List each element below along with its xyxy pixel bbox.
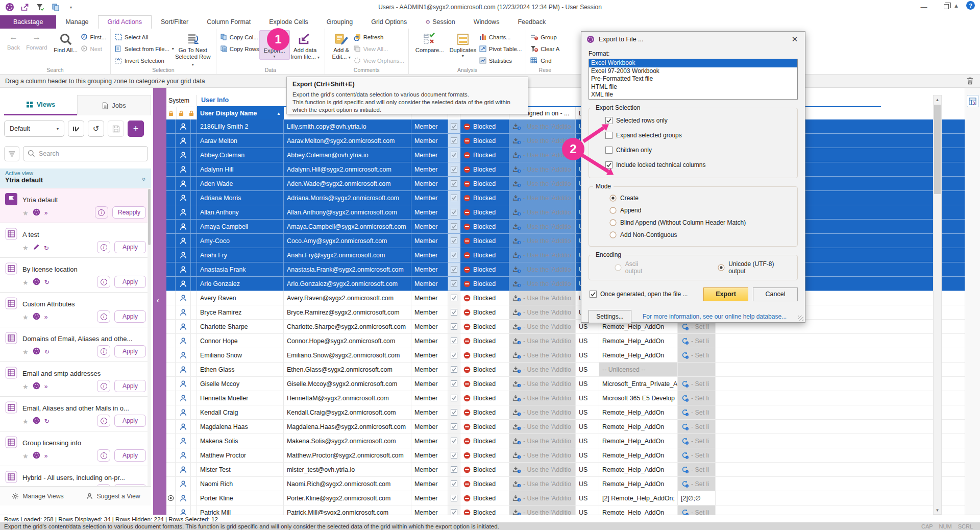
invert-selection-button[interactable]: Invert Selection: [115, 55, 174, 66]
forward-button[interactable]: → Forward: [23, 30, 50, 51]
compare-button[interactable]: Compare...: [413, 30, 447, 54]
format-list[interactable]: Excel WorkbookExcel 97-2003 WorkbookPre-…: [589, 59, 798, 100]
statistics-button[interactable]: Statistics: [479, 55, 522, 66]
table-row[interactable]: Magdalena HaasMagdalena.Haas@sygx2.onmic…: [166, 420, 965, 434]
table-row[interactable]: Amy-CocoCoco.Amy@sygx2.onmicrosoft.comMe…: [166, 234, 965, 248]
tab-feedback[interactable]: Feedback: [508, 16, 555, 29]
table-row[interactable]: Henrietta MuellerHenriettaM@sygx2.onmicr…: [166, 391, 965, 405]
checkbox-expand-selected-groups[interactable]: Expand selected groups: [605, 128, 792, 143]
apply-view-button[interactable]: Apply: [114, 449, 146, 462]
format-option[interactable]: Pre-Formatted Text file: [589, 75, 797, 83]
radio-add-non-contiguous[interactable]: Add Non-Contiguous: [609, 229, 792, 241]
tab-sort-filter[interactable]: Sort/Filter: [152, 16, 198, 29]
cancel-button[interactable]: Cancel: [753, 287, 798, 301]
apply-view-button[interactable]: Apply: [114, 380, 146, 392]
group-reset-button[interactable]: Group: [530, 32, 559, 42]
view-preset-dropdown[interactable]: Default▾: [4, 121, 64, 137]
table-row[interactable]: Aarav MeltonAarav.Melton@sygx2.onmicroso…: [166, 134, 965, 148]
suggest-view-button[interactable]: Suggest a View: [76, 487, 151, 505]
view-card[interactable]: Email, Aliases and other Mails in o...★↻…: [0, 397, 151, 431]
view-info-button[interactable]: i: [97, 449, 110, 462]
tab-windows[interactable]: Windows: [464, 16, 509, 29]
select-from-file-button[interactable]: Select from File...▾: [115, 43, 174, 54]
star-icon[interactable]: ★: [22, 314, 29, 321]
scroll-down-icon[interactable]: ▼: [934, 506, 941, 514]
table-row[interactable]: Ethen GlassEthen.Glass@sygx2.onmicrosoft…: [166, 363, 965, 377]
star-icon[interactable]: ★: [22, 244, 29, 252]
radio-ascii-output[interactable]: Ascii output: [615, 261, 656, 274]
table-row[interactable]: 2186Lilly Smith 2Lilly.smith.copy@ovh.yt…: [166, 119, 965, 134]
refresh-button[interactable]: Refresh: [354, 32, 404, 42]
star-icon[interactable]: ★: [22, 452, 29, 460]
chevrons-down-icon[interactable]: »: [141, 178, 148, 181]
views-scrollbar[interactable]: [148, 188, 151, 486]
format-option[interactable]: HTML file: [589, 83, 797, 91]
view-card[interactable]: Hybrid - All users, including on-pr...★↻…: [0, 466, 151, 486]
table-row[interactable]: Matthew ProctorMatthew.Proctor@sygx2.onm…: [166, 448, 965, 463]
chevrons-icon[interactable]: »: [44, 209, 48, 216]
find-all-button[interactable]: Find All...: [51, 30, 81, 54]
tab-views[interactable]: Views: [4, 95, 77, 115]
tab-grid-options[interactable]: Grid Options: [362, 16, 416, 29]
view-card[interactable]: By license location★↻iApply: [0, 258, 151, 293]
table-row[interactable]: Arlo GonzalezArlo.Gonzalez@sygx2.onmicro…: [166, 277, 965, 291]
table-row[interactable]: Anahi FryAnahi.Fry@sygx2.onmicrosoft.com…: [166, 248, 965, 262]
add-data-from-file-button[interactable]: Add data from file... ▾: [290, 30, 321, 61]
view-info-button[interactable]: i: [95, 206, 108, 219]
star-icon[interactable]: ★: [22, 279, 29, 286]
locked-columns-header[interactable]: [166, 107, 197, 119]
radio-blind-append-without-column-header-match-[interactable]: Blind Append (Without Column Header Matc…: [609, 216, 792, 229]
tab-grouping[interactable]: Grouping: [317, 16, 362, 29]
group-header-system[interactable]: System: [166, 95, 197, 107]
settings-button[interactable]: Settings...: [589, 310, 631, 323]
help-link[interactable]: For more information, see our online hel…: [631, 313, 798, 320]
rename-view-button[interactable]: [68, 121, 84, 137]
add-edit-button[interactable]: Add & Edit... ▾: [329, 30, 354, 61]
sync-icon[interactable]: ↻: [44, 418, 50, 425]
right-panel-toggle[interactable]: [967, 95, 979, 107]
select-all-button[interactable]: Select All: [115, 32, 174, 42]
minimize-button[interactable]: —: [913, 0, 935, 13]
export-button[interactable]: Export... ▾: [259, 30, 290, 60]
table-row[interactable]: Connor HopeConnor.Hope@sygx2.onmicrosoft…: [166, 334, 965, 348]
manage-views-button[interactable]: Manage Views: [0, 487, 76, 505]
search-input[interactable]: [23, 146, 148, 161]
view-info-button[interactable]: i: [97, 276, 110, 288]
table-row[interactable]: Adriana MorrisAdriana.Morris@sygx2.onmic…: [166, 191, 965, 205]
view-info-button[interactable]: i: [97, 310, 110, 323]
next-button[interactable]: Next: [81, 43, 106, 54]
collapse-ribbon-icon[interactable]: ▲: [953, 3, 959, 9]
apply-view-button[interactable]: Apply: [114, 310, 146, 323]
table-row[interactable]: Naomi RichNaomi.Rich@sygx2.onmicrosoft.c…: [166, 477, 965, 491]
go-to-next-selected-row-button[interactable]: Go To Next Selected Row ▾: [174, 30, 212, 67]
grid-vertical-scrollbar[interactable]: ▲ ▼: [933, 95, 942, 515]
back-button[interactable]: ← Back: [4, 30, 23, 51]
format-option[interactable]: Excel 97-2003 Workbook: [589, 67, 797, 76]
radio-unicode-utf-8-output[interactable]: Unicode (UTF-8) output: [718, 261, 792, 274]
radio-create[interactable]: Create: [609, 192, 792, 204]
table-row[interactable]: Amaya CampbellAmaya.Campbell@sygx2.onmic…: [166, 220, 965, 234]
view-filter-button[interactable]: [4, 146, 19, 161]
checkbox-children-only[interactable]: Children only: [605, 143, 792, 158]
tab-backstage[interactable]: Backstage: [0, 15, 56, 29]
table-row[interactable]: Giselle MccoyGiselle.Mccoy@sygx2.onmicro…: [166, 377, 965, 391]
scroll-up-icon[interactable]: ▲: [934, 95, 941, 104]
pivot-table-button[interactable]: Pivot Table...: [479, 43, 522, 54]
format-option[interactable]: Excel Workbook: [589, 59, 797, 67]
sync-icon[interactable]: ↻: [44, 348, 50, 355]
chevrons-icon[interactable]: »: [44, 452, 48, 460]
checkbox-selected-rows-only[interactable]: Selected rows only: [605, 113, 792, 128]
star-icon[interactable]: ★: [22, 348, 29, 356]
view-info-button[interactable]: i: [97, 345, 110, 357]
view-card[interactable]: Domains of Email, Aliases and othe...★↻i…: [0, 327, 151, 362]
scrollbar-thumb[interactable]: [934, 105, 941, 194]
copy-col-button[interactable]: Copy Col...: [220, 32, 259, 42]
save-view-button[interactable]: [108, 121, 124, 137]
trash-icon[interactable]: [966, 77, 974, 86]
tab-column-format[interactable]: Column Format: [198, 16, 260, 29]
sync-icon[interactable]: ↻: [44, 245, 49, 252]
grid-reset-button[interactable]: Grid: [530, 55, 559, 66]
view-card[interactable]: Group licensing info★»iApply: [0, 431, 151, 466]
tab-explode-cells[interactable]: Explode Cells: [260, 16, 317, 29]
view-info-button[interactable]: i: [97, 415, 110, 427]
